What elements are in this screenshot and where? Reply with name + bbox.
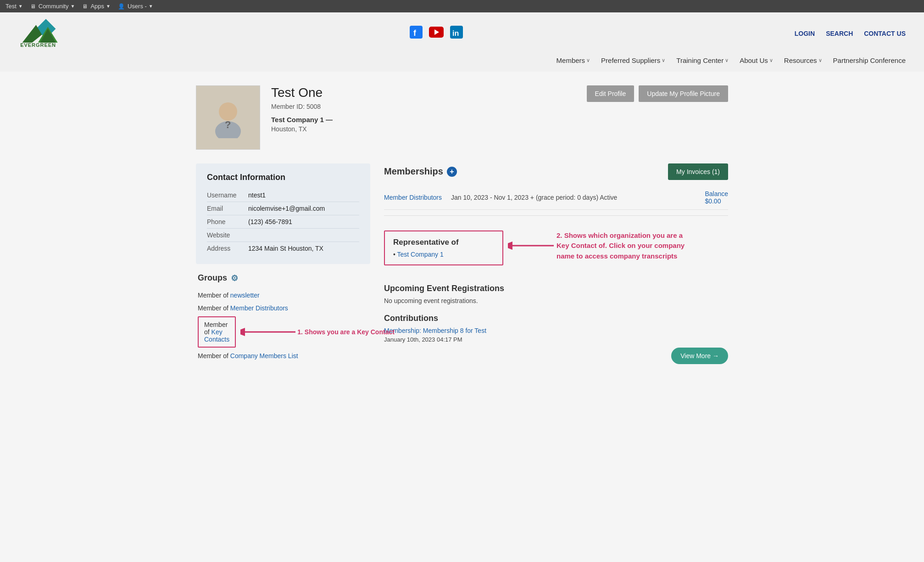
nav-members-chevron: ∨ [586,57,590,63]
admin-item-users[interactable]: 👤 Users - ▼ [118,3,153,10]
left-panel: Contact Information Username ntest1 Emai… [196,163,370,362]
admin-item-community[interactable]: 🖥 Community ▼ [30,3,75,10]
contact-row-address: Address 1234 Main St Houston, TX [207,242,359,255]
nav-conference-label: Partnership Conference [833,56,906,64]
groups-section: Groups ⚙ Member of newsletter Member of … [196,273,370,362]
group-link-member-distributors[interactable]: Member Distributors [230,304,288,312]
update-picture-button[interactable]: Update My Profile Picture [639,85,728,102]
representative-title: Representative of [393,238,494,247]
nav-about-label: About Us [740,56,768,64]
group-prefix-1: Member of [198,304,230,312]
contact-label-address: Address [207,245,248,252]
admin-chevron-test: ▼ [18,4,23,9]
nav-preferred-label: Preferred Suppliers [601,56,660,64]
profile-section: ? Test One Member ID: 5008 Test Company … [196,85,728,150]
contributions-footer: View More → [384,348,728,364]
admin-item-test-label: Test [6,3,17,10]
admin-item-users-label: Users - [128,3,147,10]
admin-chevron-community: ▼ [71,4,75,9]
group-item-company-members: Member of Company Members List [198,349,368,362]
login-link[interactable]: LOGIN [795,30,815,37]
profile-avatar: ? [196,85,260,150]
admin-item-test[interactable]: Test ▼ [6,3,23,10]
balance-link-0[interactable]: Balance$0.00 [705,190,728,205]
admin-bar: Test ▼ 🖥 Community ▼ 🖥 Apps ▼ 👤 Users - … [0,0,924,12]
groups-title: Groups ⚙ [198,273,368,283]
logo-area[interactable]: EVERGREEN SUPPLY NETWORK [18,17,78,50]
add-membership-button[interactable]: + [447,167,457,177]
annotation-2-area: 2. Shows which organization you are a Ke… [508,230,694,262]
facebook-icon[interactable]: f [410,26,423,41]
nav-item-training[interactable]: Training Center ∨ [676,56,729,64]
nav-item-about[interactable]: About Us ∨ [740,56,773,64]
admin-item-apps-label: Apps [90,3,104,10]
divider-1 [384,215,728,216]
profile-member-id: Member ID: 5008 [271,103,728,110]
admin-item-apps[interactable]: 🖥 Apps ▼ [82,3,111,10]
profile-location: Houston, TX [271,125,728,133]
annotation-1-text: 1. Shows you are a Key Contact [297,328,395,336]
company-name: Test Company 1 [271,116,324,124]
nav-item-conference[interactable]: Partnership Conference [833,56,906,64]
groups-label: Groups [198,273,227,283]
annotation-2-text: 2. Shows which organization you are a Ke… [557,230,694,262]
svg-text:in: in [452,29,459,37]
upcoming-events-section: Upcoming Event Registrations No upcoming… [384,284,728,304]
admin-chevron-apps: ▼ [106,4,111,9]
key-contacts-row: Member of Key Contacts [198,315,368,349]
group-prefix-3: Member of [198,352,230,360]
group-link-newsletter[interactable]: newsletter [230,292,260,299]
main-nav: Members ∨ Preferred Suppliers ∨ Training… [18,54,906,67]
svg-text:EVERGREEN: EVERGREEN [20,42,56,48]
svg-point-12 [219,102,237,121]
my-invoices-button[interactable]: My Invoices (1) [668,163,728,180]
contribution-link-0[interactable]: Membership: Membership 8 for Test [384,327,728,334]
contributions-section: Contributions Membership: Membership 8 f… [384,314,728,364]
nav-resources-chevron: ∨ [818,57,822,63]
contact-label-username: Username [207,191,248,199]
contact-label-phone: Phone [207,218,248,225]
nav-members-label: Members [557,56,585,64]
balance-area: Balance$0.00 [705,190,728,205]
group-item-newsletter: Member of newsletter [198,289,368,302]
group-item-key-contacts: Member of Key Contacts [204,318,229,346]
contact-row-username: Username ntest1 [207,189,359,202]
svg-text:?: ? [225,119,231,130]
nav-resources-label: Resources [784,56,817,64]
edit-profile-button[interactable]: Edit Profile [587,85,635,102]
membership-link-0[interactable]: Member Distributors [384,194,442,201]
membership-row-0: Member Distributors Jan 10, 2023 - Nov 1… [384,185,728,210]
header-right-links: LOGIN SEARCH CONTACT US [795,30,906,37]
membership-dates-0: Jan 10, 2023 - Nov 1, 2023 + (grace peri… [451,194,696,201]
nav-item-preferred-suppliers[interactable]: Preferred Suppliers ∨ [601,56,665,64]
svg-text:f: f [413,28,417,38]
nav-item-members[interactable]: Members ∨ [557,56,590,64]
svg-rect-6 [410,26,423,39]
contact-value-phone: (123) 456-7891 [248,218,292,225]
member-id-value: 5008 [306,103,321,110]
groups-gear-icon[interactable]: ⚙ [231,273,238,283]
contact-card: Contact Information Username ntest1 Emai… [196,163,370,264]
nav-item-resources[interactable]: Resources ∨ [784,56,822,64]
annotation-1-arrow-area: 1. Shows you are a Key Contact [240,323,395,341]
group-item-member-distributors: Member of Member Distributors [198,302,368,315]
memberships-title: Memberships + [384,166,457,177]
upcoming-events-empty: No upcoming event registrations. [384,297,728,304]
group-prefix-0: Member of [198,292,230,299]
contact-label-website: Website [207,231,248,239]
youtube-icon[interactable] [429,27,444,40]
contact-value-email: nicolemvise+1@gmail.com [248,205,325,212]
annotation-2-arrow [508,236,554,255]
linkedin-icon[interactable]: in [450,26,463,41]
rep-company-link-0[interactable]: Test Company 1 [397,251,444,258]
group-link-company-members[interactable]: Company Members List [230,352,298,360]
search-link[interactable]: SEARCH [826,30,853,37]
contact-row-phone: Phone (123) 456-7891 [207,215,359,229]
memberships-label: Memberships [384,166,443,177]
contact-value-address: 1234 Main St Houston, TX [248,245,323,252]
member-id-label: Member ID: [271,103,305,110]
contact-link[interactable]: CONTACT US [864,30,906,37]
page-content: ? Test One Member ID: 5008 Test Company … [187,72,737,387]
representative-box: Representative of • Test Company 1 [384,230,503,265]
view-more-button[interactable]: View More → [671,348,728,364]
